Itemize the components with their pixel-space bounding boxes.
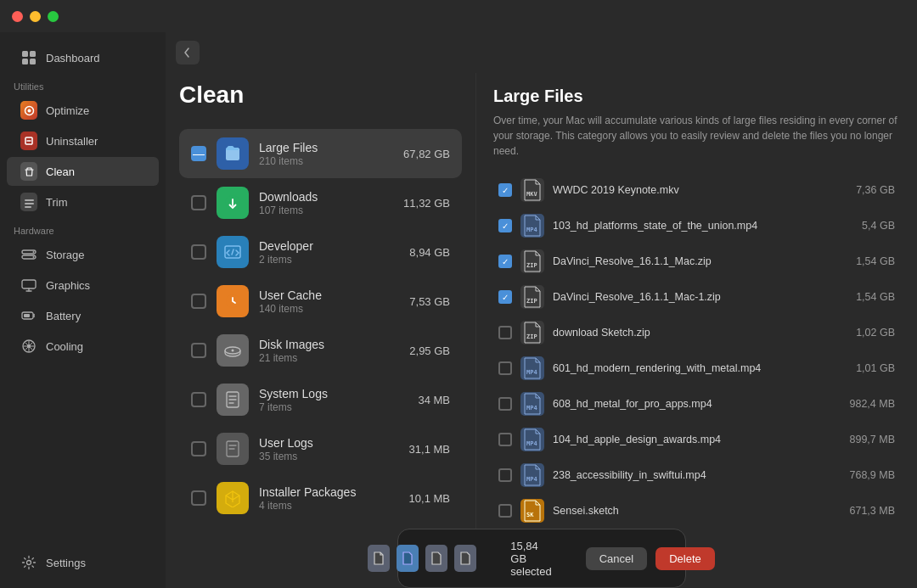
sidebar-item-cooling[interactable]: Cooling [7, 332, 159, 361]
svg-text:ZIP: ZIP [526, 262, 537, 269]
fullscreen-button[interactable] [48, 11, 59, 22]
file-item[interactable]: ✓ MP4 103_hd_platforms_state_of_the_unio… [493, 208, 900, 244]
file-item[interactable]: MP4 104_hd_apple_design_awards.mp4 899,7… [493, 422, 900, 457]
file-checkbox[interactable] [498, 504, 512, 518]
sidebar-label-clean: Clean [46, 165, 75, 178]
category-checkbox-installer-packages[interactable] [191, 490, 206, 506]
sidebar-item-battery[interactable]: Battery [7, 301, 159, 330]
category-size-downloads: 11,32 GB [403, 197, 450, 210]
file-size: 671,3 MB [835, 505, 895, 517]
category-checkbox-downloads[interactable] [191, 195, 206, 210]
close-button[interactable] [12, 11, 23, 22]
settings-icon [20, 554, 37, 571]
file-type-icon: MP4 [520, 463, 544, 487]
file-item[interactable]: MP4 601_hd_modern_rendering_with_metal.m… [493, 350, 900, 386]
file-checkbox[interactable]: ✓ [498, 255, 512, 268]
svg-rect-16 [24, 314, 30, 317]
file-checkbox[interactable] [498, 397, 512, 411]
file-type-icon: SK [520, 499, 544, 523]
file-icon-3 [425, 545, 447, 572]
svg-rect-9 [25, 206, 31, 208]
file-checkbox[interactable]: ✓ [498, 219, 512, 232]
sidebar-item-trim[interactable]: Trim [7, 188, 159, 216]
file-type-icon: MP4 [520, 428, 544, 451]
file-size: 5,4 GB [835, 220, 895, 232]
sidebar-item-graphics[interactable]: Graphics [7, 271, 159, 300]
svg-rect-3 [30, 59, 36, 64]
sidebar-item-settings[interactable]: Settings [7, 548, 159, 577]
uninstaller-icon [20, 132, 37, 149]
file-checkbox[interactable] [498, 468, 512, 482]
category-item-disk-images[interactable]: Disk Images 21 items 2,95 GB [179, 326, 462, 375]
file-checkbox[interactable] [498, 361, 512, 375]
category-checkbox-user-logs[interactable] [191, 441, 206, 456]
sidebar-item-storage[interactable]: Storage [7, 240, 159, 269]
svg-rect-2 [22, 59, 28, 64]
selected-files-icons [368, 545, 476, 572]
category-item-installer-packages[interactable]: Installer Packages 4 items 10,1 MB [179, 473, 462, 523]
category-item-developer[interactable]: Developer 2 items 8,94 GB [179, 227, 462, 277]
category-sub-developer: 2 items [259, 254, 399, 266]
file-item[interactable]: MP4 608_hd_metal_for_pro_apps.mp4 982,4 … [493, 386, 900, 422]
category-icon-user-cache [217, 285, 249, 317]
sidebar-item-dashboard[interactable]: Dashboard [7, 43, 159, 72]
cancel-button[interactable]: Cancel [586, 547, 647, 570]
category-name-downloads: Downloads [259, 190, 393, 204]
file-item[interactable]: SK Sensei.sketch 671,3 MB [493, 493, 900, 529]
sidebar-item-uninstaller[interactable]: Uninstaller [7, 126, 159, 155]
svg-rect-7 [25, 199, 34, 201]
sidebar-item-clean[interactable]: Clean [7, 157, 159, 186]
trim-icon [20, 193, 37, 210]
optimize-icon [20, 102, 37, 119]
file-item[interactable]: ✓ ZIP DaVinci_Resolve_16.1.1_Mac-1.zip 1… [493, 279, 900, 315]
category-item-large-files[interactable]: — Large Files 210 items 67,82 GB [179, 129, 462, 178]
file-type-icon: MP4 [520, 356, 544, 380]
category-info-large-files: Large Files 210 items [259, 141, 393, 167]
file-item[interactable]: ZIP download Sketch.zip 1,02 GB [493, 315, 900, 350]
category-checkbox-system-logs[interactable] [191, 392, 206, 407]
category-sub-user-logs: 35 items [259, 451, 399, 462]
category-icon-system-logs [217, 384, 249, 416]
category-item-user-cache[interactable]: User Cache 140 items 7,53 GB [179, 277, 462, 326]
category-item-user-logs[interactable]: User Logs 35 items 31,1 MB [179, 424, 462, 473]
sidebar-toggle-button[interactable] [176, 41, 200, 64]
file-item[interactable]: ✓ MKV WWDC 2019 Keynote.mkv 7,36 GB [493, 172, 900, 208]
category-info-user-cache: User Cache 140 items [259, 288, 399, 315]
delete-button[interactable]: Delete [655, 547, 715, 570]
sidebar-label-cooling: Cooling [46, 340, 83, 353]
category-checkbox-developer[interactable] [191, 244, 206, 260]
category-checkbox-large-files[interactable]: — [191, 146, 206, 161]
file-type-icon: MKV [520, 178, 544, 202]
category-checkbox-user-cache[interactable] [191, 294, 206, 309]
svg-text:ZIP: ZIP [526, 333, 537, 340]
file-type-icon: ZIP [520, 285, 544, 309]
category-item-downloads[interactable]: Downloads 107 items 11,32 GB [179, 178, 462, 227]
file-checkbox[interactable]: ✓ [498, 183, 512, 197]
file-checkbox[interactable] [498, 326, 512, 339]
category-info-system-logs: System Logs 7 items [259, 387, 408, 413]
file-checkbox[interactable]: ✓ [498, 290, 512, 304]
file-checkbox[interactable] [498, 433, 512, 446]
file-item[interactable]: MP4 238_accessibility_in_swiftui.mp4 768… [493, 457, 900, 493]
svg-text:MKV: MKV [526, 191, 537, 198]
category-icon-user-logs [217, 433, 249, 465]
file-name: DaVinci_Resolve_16.1.1_Mac.zip [553, 255, 827, 267]
category-name-developer: Developer [259, 239, 399, 253]
category-size-installer-packages: 10,1 MB [409, 492, 450, 505]
file-item[interactable]: ✓ ZIP DaVinci_Resolve_16.1.1_Mac.zip 1,5… [493, 244, 900, 279]
categories-list: — Large Files 210 items 67,82 GB Downloa… [179, 129, 462, 523]
category-icon-large-files [217, 137, 249, 170]
minimize-button[interactable] [30, 11, 41, 22]
sidebar-label-graphics: Graphics [46, 279, 90, 292]
sidebar-item-optimize[interactable]: Optimize [7, 96, 159, 125]
category-checkbox-disk-images[interactable] [191, 343, 206, 358]
file-size: 1,02 GB [835, 327, 895, 339]
svg-text:MP4: MP4 [526, 440, 537, 447]
cooling-icon [20, 338, 37, 355]
category-icon-disk-images [217, 334, 249, 367]
category-name-installer-packages: Installer Packages [259, 485, 399, 499]
file-name: 608_hd_metal_for_pro_apps.mp4 [553, 398, 827, 410]
category-item-system-logs[interactable]: System Logs 7 items 34 MB [179, 375, 462, 424]
svg-rect-8 [25, 203, 34, 204]
category-sub-disk-images: 21 items [259, 352, 399, 364]
